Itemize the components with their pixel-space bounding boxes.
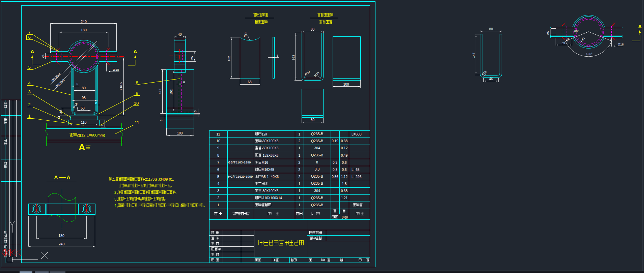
svg-text:A: A — [134, 49, 137, 54]
svg-text:L=600: L=600 — [352, 132, 362, 136]
svg-text:2: 2 — [217, 196, 219, 200]
svg-text:2: 2 — [28, 102, 30, 107]
svg-text:9: 9 — [136, 91, 138, 96]
svg-text:110: 110 — [81, 120, 87, 124]
svg-text:0.3: 0.3 — [333, 161, 337, 164]
svg-text:,: , — [117, 197, 118, 201]
svg-text:A: A — [638, 24, 642, 29]
svg-text:3: 3 — [114, 197, 116, 201]
svg-text:152: 152 — [169, 89, 173, 95]
svg-text:152: 152 — [227, 56, 231, 61]
svg-text:h1: h1 — [178, 204, 183, 208]
svg-text:(Kg): (Kg) — [342, 215, 348, 219]
svg-text:80: 80 — [82, 86, 86, 90]
svg-text:2: 2 — [114, 190, 116, 194]
svg-text:L=65: L=65 — [352, 168, 360, 172]
svg-text:HG/T21629-1999: HG/T21629-1999 — [228, 175, 253, 178]
svg-text:A5-1 -40X6: A5-1 -40X6 — [261, 175, 279, 179]
svg-text:163: 163 — [291, 55, 295, 60]
svg-text:8.8: 8.8 — [315, 167, 320, 171]
svg-text:68: 68 — [248, 80, 252, 84]
svg-text:216.5: 216.5 — [119, 82, 123, 90]
svg-text:,: , — [115, 177, 116, 181]
svg-text:0.12: 0.12 — [341, 146, 348, 150]
svg-text:0.56: 0.56 — [332, 175, 338, 179]
svg-text:0.38: 0.38 — [341, 189, 348, 193]
svg-text:Q235-B: Q235-B — [311, 203, 323, 207]
svg-text:147: 147 — [472, 53, 475, 58]
svg-text:7: 7 — [28, 30, 30, 35]
svg-text:10: 10 — [134, 101, 139, 106]
svg-text:50: 50 — [81, 107, 85, 110]
svg-text:GB/T8163-1999: GB/T8163-1999 — [228, 160, 251, 164]
svg-text:8: 8 — [217, 153, 219, 157]
svg-text:2: 2 — [299, 139, 301, 143]
svg-text:11: 11 — [216, 132, 220, 136]
svg-text:6: 6 — [277, 54, 278, 57]
svg-text:1: 1 — [299, 189, 301, 193]
svg-text:6: 6 — [77, 82, 78, 86]
svg-text:100: 100 — [177, 131, 183, 135]
svg-text:2([12 L=600mm): 2([12 L=600mm) — [77, 133, 105, 137]
svg-text:12#: 12# — [261, 132, 267, 136]
svg-text:2: 2 — [299, 175, 301, 179]
svg-text:A: A — [67, 174, 71, 180]
svg-text:0.38: 0.38 — [341, 139, 348, 143]
svg-text:6: 6 — [183, 80, 185, 84]
svg-text:46: 46 — [489, 77, 493, 81]
svg-text:1: 1 — [299, 153, 301, 157]
svg-text:1: 1 — [299, 203, 301, 207]
svg-text:59: 59 — [562, 41, 565, 45]
svg-text:4: 4 — [114, 204, 116, 208]
svg-text:Q235-B: Q235-B — [311, 174, 323, 178]
svg-text:10: 10 — [216, 139, 220, 143]
svg-text:0.6: 0.6 — [342, 168, 347, 172]
svg-text:0.49: 0.49 — [341, 154, 348, 157]
svg-text:4: 4 — [28, 81, 30, 86]
svg-text:2: 2 — [299, 168, 301, 172]
svg-text:-50X100X3: -50X100X3 — [261, 146, 278, 150]
svg-text:98: 98 — [82, 96, 86, 100]
svg-text:6: 6 — [159, 119, 163, 121]
svg-text:25: 25 — [546, 31, 550, 35]
svg-text:M16X65: M16X65 — [261, 168, 274, 172]
svg-text:4: 4 — [217, 182, 219, 186]
svg-text:1: 1 — [299, 132, 301, 136]
svg-text:Q235-B: Q235-B — [311, 153, 323, 157]
svg-text:9: 9 — [217, 146, 219, 150]
svg-text:1.21: 1.21 — [341, 196, 348, 200]
svg-text:1: 1 — [299, 146, 301, 150]
svg-text:304: 304 — [314, 146, 320, 150]
svg-text:80: 80 — [311, 118, 315, 122]
svg-text:A: A — [54, 174, 58, 180]
svg-text:,: , — [117, 190, 118, 194]
svg-text:Q235-B: Q235-B — [311, 181, 323, 185]
svg-text:-152X66X6: -152X66X6 — [261, 154, 278, 157]
svg-text:3: 3 — [28, 89, 30, 94]
svg-text:180: 180 — [58, 234, 64, 238]
svg-text:0.3: 0.3 — [333, 168, 337, 172]
svg-text:2: 2 — [299, 160, 301, 164]
svg-text:1: 1 — [299, 182, 301, 186]
svg-text:136°: 136° — [586, 52, 593, 56]
svg-text:L=296: L=296 — [352, 175, 362, 179]
svg-text:80: 80 — [489, 27, 493, 31]
svg-text:1: 1 — [28, 114, 30, 119]
svg-text:Q235-B: Q235-B — [311, 196, 323, 200]
svg-text:,: , — [138, 204, 139, 208]
svg-text:1: 1 — [217, 203, 219, 207]
svg-text:Ø18: Ø18 — [113, 68, 119, 71]
svg-text:3: 3 — [217, 189, 219, 193]
svg-text:1: 1 — [299, 196, 301, 200]
svg-text:25: 25 — [190, 56, 194, 60]
svg-text:M16: M16 — [261, 161, 268, 164]
svg-text:180: 180 — [81, 28, 87, 32]
svg-text:6: 6 — [217, 168, 219, 172]
svg-text:7: 7 — [217, 160, 219, 164]
svg-text:8: 8 — [316, 160, 318, 164]
svg-text:100: 100 — [343, 83, 349, 86]
svg-text:304: 304 — [314, 189, 320, 193]
svg-text:-110X100X14: -110X100X14 — [261, 196, 282, 200]
svg-text:240: 240 — [59, 242, 65, 246]
svg-text:Ø18: Ø18 — [618, 42, 624, 46]
